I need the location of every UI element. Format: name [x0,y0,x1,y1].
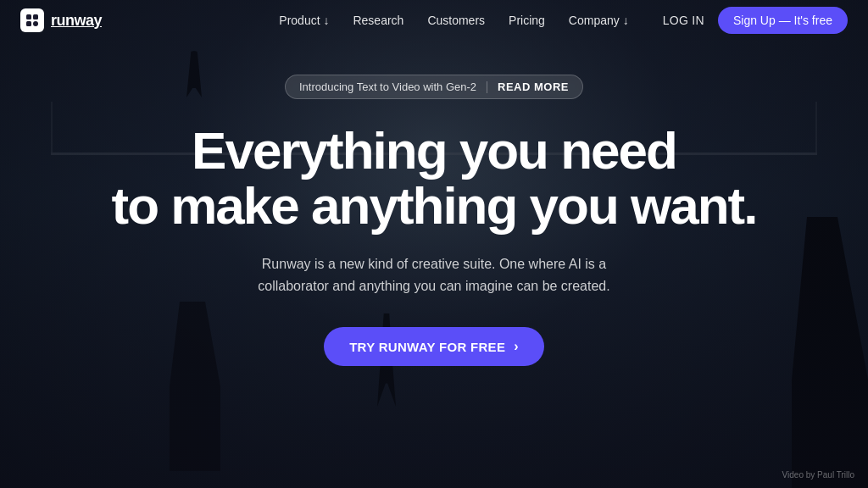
logo-link[interactable]: runway [20,8,102,32]
hero-headline: Everything you need to make anything you… [112,123,757,233]
cta-arrow-icon: › [514,339,519,354]
logo-text: runway [51,12,102,30]
announcement-divider [487,81,487,93]
hero-subtitle: Runway is a new kind of creative suite. … [248,253,620,297]
svg-rect-2 [26,21,31,26]
nav-right: LOG IN Sign Up — It's free [663,7,848,34]
nav-link-research[interactable]: Research [353,14,403,27]
logo-icon [20,8,44,32]
nav-link-pricing[interactable]: Pricing [509,14,545,27]
announcement-bar[interactable]: Introducing Text to Video with Gen-2 REA… [285,75,583,99]
nav-link-product[interactable]: Product ↓ [279,14,329,27]
nav-item-company[interactable]: Company ↓ [569,13,629,28]
hero-content: Introducing Text to Video with Gen-2 REA… [78,75,791,488]
hero-headline-line1: Everything you need [192,121,676,180]
nav-item-customers[interactable]: Customers [427,13,485,28]
nav-links: Product ↓ Research Customers Pricing Com… [279,13,628,28]
hero-cta-label: TRY RUNWAY FOR FREE [349,340,505,354]
hero-headline-line2: to make anything you want. [112,176,757,235]
navbar: runway Product ↓ Research Customers Pric… [0,0,868,41]
video-watermark: Video by Paul Trillo [782,470,854,480]
nav-link-company[interactable]: Company ↓ [569,14,629,27]
svg-point-3 [33,21,38,26]
hero-cta-button[interactable]: TRY RUNWAY FOR FREE › [324,327,544,366]
nav-item-research[interactable]: Research [353,13,403,28]
announcement-cta-link[interactable]: READ MORE [498,80,569,93]
announcement-text: Introducing Text to Video with Gen-2 [299,80,476,93]
svg-rect-1 [33,14,38,19]
login-button[interactable]: LOG IN [663,14,704,27]
signup-button[interactable]: Sign Up — It's free [718,7,848,34]
hero-section: runway Product ↓ Research Customers Pric… [0,0,868,488]
svg-rect-0 [26,14,31,19]
nav-item-pricing[interactable]: Pricing [509,13,545,28]
nav-item-product[interactable]: Product ↓ [279,13,329,28]
nav-link-customers[interactable]: Customers [427,14,485,27]
